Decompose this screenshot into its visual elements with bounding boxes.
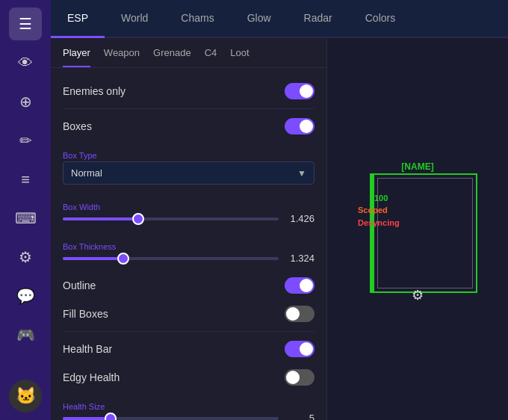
fill-boxes-toggle[interactable] <box>285 306 315 322</box>
boxes-toggle[interactable] <box>285 118 315 135</box>
fill-boxes-label: Fill Boxes <box>63 308 108 320</box>
health-size-thumb[interactable] <box>105 413 117 421</box>
box-thickness-thumb[interactable] <box>117 253 129 265</box>
health-size-slider-row: 5 <box>63 413 315 420</box>
sub-tabs: Player Weapon Grenade C4 Loot <box>51 38 326 68</box>
health-bar-label: Health Bar <box>63 343 112 355</box>
box-width-fill <box>63 217 138 220</box>
tab-radar[interactable]: Radar <box>288 0 349 38</box>
box-thickness-section: Box Thickness 1.324 <box>63 232 315 271</box>
box-thickness-value: 1.324 <box>288 253 315 264</box>
box-width-track[interactable] <box>63 217 279 220</box>
health-size-value: 5 <box>288 413 315 420</box>
box-width-slider-row: 1.426 <box>63 213 315 224</box>
health-size-section: Health Size 5 <box>63 392 315 420</box>
box-width-label: Box Width <box>63 203 315 211</box>
esp-weapon-icon: ⚙ <box>412 287 424 303</box>
boxes-label: Boxes <box>63 120 92 132</box>
box-width-value: 1.426 <box>288 213 315 224</box>
sidebar-sliders-icon[interactable]: ≡ <box>9 163 42 196</box>
fill-boxes-row: Fill Boxes <box>63 300 315 328</box>
sidebar: ☰ 👁 ⊕ ✏ ≡ ⌨ ⚙ 💬 🎮 🐱 <box>0 0 51 420</box>
box-type-section-label: Box Type <box>63 151 315 160</box>
sidebar-keyboard-icon[interactable]: ⌨ <box>9 202 42 235</box>
outline-row: Outline <box>63 271 315 300</box>
tab-glow[interactable]: Glow <box>231 0 288 38</box>
tab-chams[interactable]: Chams <box>164 0 230 38</box>
user-avatar[interactable]: 🐱 <box>9 380 42 413</box>
health-bar-row: Health Bar <box>63 335 315 363</box>
enemies-only-label: Enemies only <box>63 85 126 97</box>
edgy-health-toggle[interactable] <box>285 369 315 386</box>
box-type-section: Box Type Normal ▼ <box>63 140 315 192</box>
subtab-loot[interactable]: Loot <box>230 47 249 67</box>
sidebar-gamepad-icon[interactable]: 🎮 <box>9 318 42 351</box>
box-type-value: Normal <box>71 167 102 179</box>
left-panel: Player Weapon Grenade C4 Loot Enemies on… <box>51 38 327 420</box>
subtab-grenade[interactable]: Grenade <box>153 47 191 67</box>
dropdown-arrow-icon: ▼ <box>297 168 306 179</box>
subtab-player[interactable]: Player <box>63 47 90 67</box>
health-size-label: Health Size <box>63 402 315 411</box>
box-thickness-slider-row: 1.324 <box>63 253 315 264</box>
subtab-weapon[interactable]: Weapon <box>104 47 140 67</box>
edgy-health-label: Edgy Health <box>63 371 120 383</box>
health-size-track[interactable] <box>63 417 279 420</box>
tab-colors[interactable]: Colors <box>349 0 412 38</box>
tab-world[interactable]: World <box>105 0 164 38</box>
box-thickness-fill <box>63 257 123 260</box>
outline-toggle[interactable] <box>285 277 315 294</box>
sidebar-menu-icon[interactable]: ☰ <box>9 7 42 40</box>
right-panel: [NAME] 100 Scoped Desyncing ⚙ <box>327 38 508 420</box>
sidebar-brush-icon[interactable]: ✏ <box>9 124 42 157</box>
top-nav: ESP World Chams Glow Radar Colors <box>51 0 508 38</box>
esp-info: 100 Scoped Desyncing <box>358 192 400 229</box>
enemies-only-row: Enemies only <box>63 77 315 105</box>
box-width-thumb[interactable] <box>132 213 144 225</box>
esp-name-label: [NAME] <box>401 161 433 172</box>
settings-list: Enemies only Boxes Box Type Normal ▼ <box>51 68 326 420</box>
boxes-row: Boxes <box>63 112 315 140</box>
tab-esp[interactable]: ESP <box>51 0 105 38</box>
main-content: ESP World Chams Glow Radar Colors Player… <box>51 0 508 420</box>
box-type-dropdown[interactable]: Normal ▼ <box>63 161 315 185</box>
edgy-health-row: Edgy Health <box>63 363 315 392</box>
esp-desyncing-label: Desyncing <box>358 217 400 229</box>
content-area: Player Weapon Grenade C4 Loot Enemies on… <box>51 38 508 420</box>
sidebar-chat-icon[interactable]: 💬 <box>9 280 42 312</box>
esp-preview: [NAME] 100 Scoped Desyncing ⚙ <box>358 151 477 308</box>
health-size-fill <box>63 417 111 420</box>
sidebar-crosshair-icon[interactable]: ⊕ <box>9 85 42 118</box>
sidebar-gear-icon[interactable]: ⚙ <box>9 241 42 274</box>
health-bar-toggle[interactable] <box>285 341 315 357</box>
sidebar-eye-icon[interactable]: 👁 <box>9 46 42 79</box>
esp-box <box>373 173 477 293</box>
subtab-c4[interactable]: C4 <box>205 47 217 67</box>
esp-hp: 100 <box>374 192 400 205</box>
box-width-section: Box Width 1.426 <box>63 192 315 232</box>
outline-label: Outline <box>63 280 96 291</box>
box-thickness-label: Box Thickness <box>63 242 315 251</box>
esp-scoped-label: Scoped <box>358 204 400 217</box>
enemies-only-toggle[interactable] <box>285 83 315 99</box>
box-thickness-track[interactable] <box>63 257 279 260</box>
